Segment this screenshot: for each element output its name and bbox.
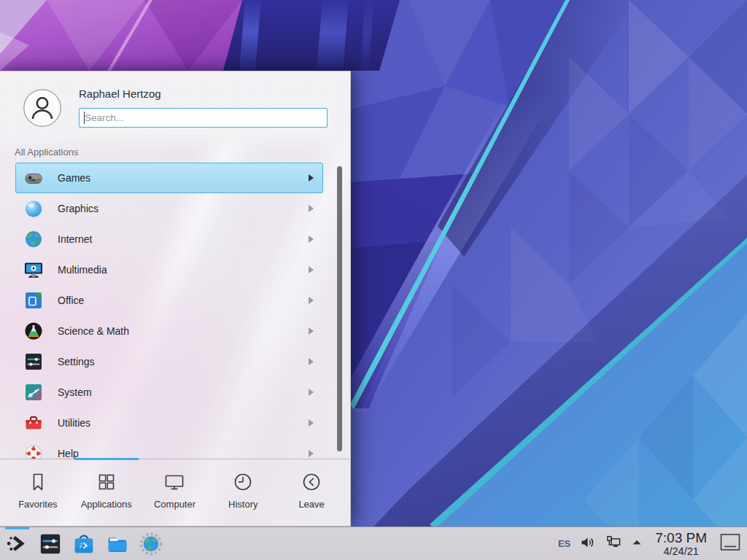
app-category-settings[interactable]: Settings bbox=[15, 346, 323, 377]
volume-icon[interactable] bbox=[580, 534, 596, 553]
lifebuoy-icon bbox=[23, 443, 44, 459]
list-scrollbar[interactable] bbox=[337, 166, 342, 451]
active-task-indicator bbox=[5, 527, 29, 529]
category-label: Multimedia bbox=[58, 264, 107, 276]
tab-computer[interactable]: Computer bbox=[141, 459, 209, 526]
footer-tabbar: Favorites Applications C bbox=[0, 459, 349, 526]
office-document-icon bbox=[23, 290, 44, 311]
app-category-system[interactable]: System bbox=[15, 377, 323, 408]
application-launcher-menu: Raphael Hertzog All Applications bbox=[0, 71, 351, 526]
taskbar-launchers bbox=[5, 532, 163, 556]
clock-time: 7:03 PM bbox=[655, 531, 707, 545]
category-label: Office bbox=[58, 295, 84, 306]
file-manager-icon bbox=[106, 532, 129, 556]
globe-icon bbox=[23, 229, 44, 249]
app-category-graphics[interactable]: Graphics bbox=[15, 193, 323, 224]
app-category-help[interactable]: Help bbox=[15, 438, 323, 459]
clock-widget[interactable]: 7:03 PM 4/24/21 bbox=[655, 531, 707, 557]
category-label: System bbox=[58, 386, 92, 398]
system-sliders-icon bbox=[23, 382, 44, 402]
text-caret bbox=[84, 112, 85, 124]
app-category-games[interactable]: Games bbox=[15, 163, 323, 193]
app-category-internet[interactable]: Internet bbox=[15, 224, 323, 254]
tab-favorites[interactable]: Favorites bbox=[4, 459, 72, 526]
keyboard-layout-indicator[interactable]: ES bbox=[558, 538, 570, 549]
kickoff-launcher-icon bbox=[5, 532, 28, 556]
clock-date: 4/24/21 bbox=[655, 545, 707, 557]
category-label: Internet bbox=[58, 233, 92, 245]
clock-icon bbox=[232, 471, 254, 493]
app-category-list: Games Graphics bbox=[0, 163, 350, 459]
submenu-arrow-icon bbox=[309, 236, 314, 243]
settings-sliders-icon bbox=[23, 351, 44, 372]
tab-label: Favorites bbox=[18, 499, 57, 510]
category-label: Settings bbox=[58, 356, 95, 368]
submenu-arrow-icon bbox=[309, 327, 314, 335]
desktop: Raphael Hertzog All Applications bbox=[0, 0, 747, 560]
app-category-utilities[interactable]: Utilities bbox=[15, 408, 323, 438]
system-settings-icon bbox=[39, 532, 62, 556]
discover-store-button[interactable] bbox=[72, 532, 96, 556]
tab-label: Applications bbox=[81, 499, 132, 510]
tab-applications[interactable]: Applications bbox=[72, 459, 141, 526]
file-manager-button[interactable] bbox=[106, 532, 129, 556]
kickoff-launcher-button[interactable] bbox=[5, 532, 28, 556]
search-field-wrap bbox=[79, 108, 328, 128]
category-label: Graphics bbox=[58, 203, 98, 214]
system-tray: ES bbox=[558, 531, 741, 557]
science-flask-icon bbox=[23, 321, 44, 341]
submenu-arrow-icon bbox=[309, 205, 314, 212]
show-desktop-icon bbox=[719, 532, 741, 553]
app-category-office[interactable]: Office bbox=[15, 285, 323, 316]
tab-leave[interactable]: Leave bbox=[277, 459, 346, 526]
network-icon[interactable] bbox=[605, 534, 622, 553]
category-label: Utilities bbox=[58, 417, 90, 429]
expand-tray-icon[interactable] bbox=[631, 537, 643, 551]
app-category-multimedia[interactable]: Multimedia bbox=[15, 254, 323, 285]
app-grid-icon bbox=[96, 471, 117, 493]
category-label: Help bbox=[58, 448, 79, 459]
section-label: All Applications bbox=[15, 147, 78, 158]
taskbar: ES bbox=[0, 526, 747, 560]
submenu-arrow-icon bbox=[309, 297, 314, 304]
bookmark-icon bbox=[27, 471, 49, 493]
web-browser-icon bbox=[139, 532, 163, 556]
tab-label: History bbox=[228, 499, 258, 510]
tab-label: Computer bbox=[154, 499, 196, 510]
user-icon bbox=[23, 89, 61, 127]
media-screen-icon bbox=[23, 260, 44, 280]
user-name: Raphael Hertzog bbox=[79, 88, 161, 100]
web-browser-button[interactable] bbox=[139, 532, 163, 556]
system-settings-button[interactable] bbox=[39, 532, 62, 556]
app-category-science-math[interactable]: Science & Math bbox=[15, 316, 323, 346]
discover-store-icon bbox=[72, 532, 96, 556]
tab-label: Leave bbox=[298, 499, 324, 510]
submenu-arrow-icon bbox=[309, 419, 314, 427]
user-avatar[interactable] bbox=[23, 89, 61, 127]
paint-sphere-icon bbox=[23, 198, 44, 219]
submenu-arrow-icon bbox=[309, 450, 314, 457]
monitor-icon bbox=[163, 471, 185, 493]
tab-history[interactable]: History bbox=[209, 459, 277, 526]
gamepad-icon bbox=[23, 168, 44, 188]
exit-icon bbox=[301, 471, 322, 493]
toolbox-icon bbox=[23, 413, 44, 433]
show-desktop-button[interactable] bbox=[719, 532, 741, 556]
submenu-arrow-icon bbox=[309, 266, 314, 273]
submenu-arrow-icon bbox=[309, 389, 314, 396]
submenu-arrow-icon bbox=[309, 358, 314, 365]
category-label: Science & Math bbox=[58, 325, 129, 337]
submenu-arrow-icon bbox=[309, 174, 314, 182]
search-input[interactable] bbox=[79, 108, 328, 128]
category-label: Games bbox=[58, 172, 90, 184]
